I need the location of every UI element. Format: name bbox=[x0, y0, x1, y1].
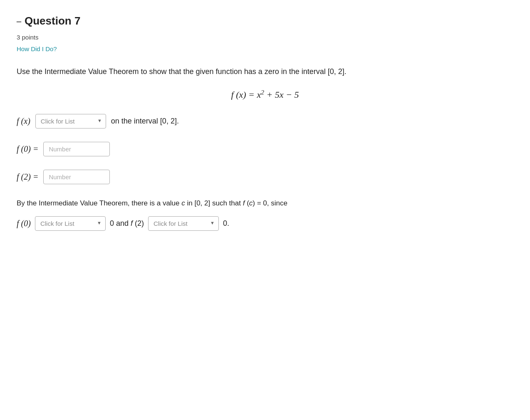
dash: – bbox=[17, 14, 21, 28]
conclusion-dropdown1[interactable]: Click for List bbox=[35, 216, 106, 231]
conclusion-end-text: 0. bbox=[223, 217, 229, 230]
f0-input[interactable] bbox=[43, 142, 110, 156]
conclusion-row: f (0) Click for List 0 and f (2) Click f… bbox=[17, 216, 513, 231]
question-title: Question 7 bbox=[25, 12, 80, 30]
fx-label: f (x) bbox=[17, 114, 30, 128]
function-display: f (x) = x2 + 5x − 5 bbox=[17, 87, 513, 102]
conclusion-dropdown2-wrapper[interactable]: Click for List bbox=[148, 216, 219, 231]
f0-row: f (0) = bbox=[17, 142, 513, 156]
conclusion-f0-label: f (0) bbox=[17, 217, 31, 230]
f0-label: f (0) = bbox=[17, 142, 38, 156]
problem-statement: Use the Intermediate Value Theorem to sh… bbox=[17, 66, 433, 78]
conclusion-dropdown1-wrapper[interactable]: Click for List bbox=[35, 216, 106, 231]
fx-dropdown[interactable]: Click for List bbox=[35, 114, 106, 128]
f2-label: f (2) = bbox=[17, 170, 38, 183]
conclusion-middle-text: 0 and f (2) bbox=[110, 217, 144, 230]
conclusion-dropdown2[interactable]: Click for List bbox=[148, 216, 219, 231]
question-header: – Question 7 bbox=[17, 12, 513, 30]
fx-suffix: on the interval [0, 2]. bbox=[111, 115, 179, 127]
how-did-i-do-link[interactable]: How Did I Do? bbox=[17, 44, 513, 54]
f2-input[interactable] bbox=[43, 170, 110, 184]
interval-bracket: [0, 2] bbox=[328, 67, 344, 76]
fx-dropdown-wrapper[interactable]: Click for List bbox=[35, 114, 106, 128]
fx-row: f (x) Click for List on the interval [0,… bbox=[17, 114, 513, 128]
points-label: 3 points bbox=[17, 32, 513, 42]
conclusion-text: By the Intermediate Value Theorem, there… bbox=[17, 198, 433, 210]
f2-row: f (2) = bbox=[17, 170, 513, 184]
